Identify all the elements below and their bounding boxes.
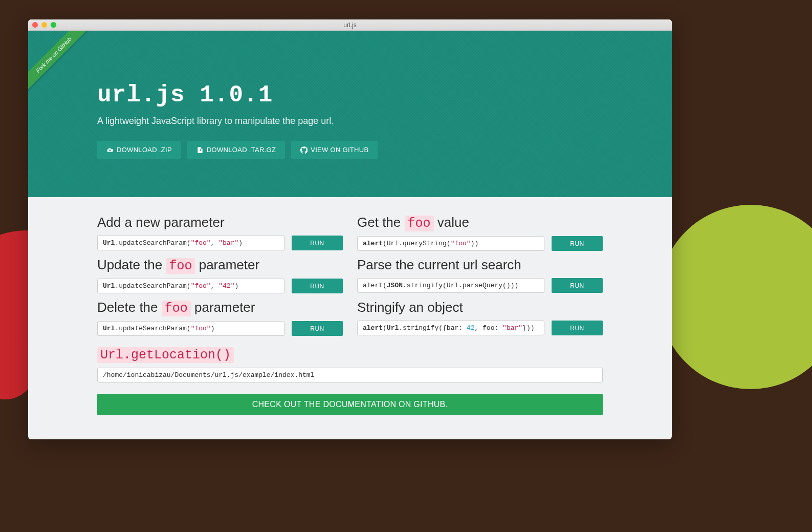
window-minimize-icon[interactable] [41, 22, 47, 28]
fork-ribbon[interactable]: Fork me on GitHub [28, 31, 100, 102]
download-zip-label: DOWNLOAD .ZIP [117, 146, 172, 154]
documentation-button[interactable]: CHECK OUT THE DOCUMENTATION ON GITHUB. [97, 394, 603, 415]
example-stringify-code: alert(Url.stringify({bar: 42, foo: "bar"… [357, 321, 544, 335]
run-button-add[interactable]: RUN [292, 236, 343, 250]
run-button-delete[interactable]: RUN [292, 321, 343, 336]
run-button-get[interactable]: RUN [552, 236, 603, 251]
example-parse-code: alert(JSON.stringify(Url.parseQuery())) [357, 278, 544, 293]
example-delete: Delete the foo parameter Url.updateSearc… [97, 293, 343, 336]
download-targz-label: DOWNLOAD .TAR.GZ [207, 146, 276, 154]
page-title: url.js 1.0.1 [97, 82, 603, 109]
view-github-button[interactable]: VIEW ON GITHUB [291, 141, 378, 159]
titlebar: url.js [28, 19, 672, 31]
example-add-code: Url.updateSearchParam("foo", "bar") [97, 236, 284, 250]
fork-ribbon-label: Fork me on GitHub [28, 31, 94, 95]
example-stringify: Stringify an object alert(Url.stringify(… [357, 293, 603, 336]
file-download-icon [196, 146, 204, 154]
browser-window: url.js Fork me on GitHub url.js 1.0.1 A … [28, 19, 672, 439]
example-getlocation: Url.getLocation() /home/ionicabizau/Docu… [97, 340, 603, 382]
run-button-stringify[interactable]: RUN [552, 321, 603, 335]
example-parse-title: Parse the current url search [357, 257, 521, 272]
inline-code: foo [405, 216, 434, 231]
bg-blob-green [659, 205, 812, 389]
example-add-title: Add a new parameter [97, 215, 225, 230]
example-parse: Parse the current url search alert(JSON.… [357, 251, 603, 293]
inline-code: foo [166, 258, 195, 274]
page-subtitle: A lightweight JavaScript library to mani… [97, 116, 603, 126]
run-button-update[interactable]: RUN [292, 279, 343, 293]
window-title: url.js [28, 22, 672, 29]
example-get: Get the foo value alert(Url.queryString(… [357, 208, 603, 251]
example-update-code: Url.updateSearchParam("foo", "42") [97, 279, 284, 293]
example-get-code: alert(Url.queryString("foo")) [357, 236, 544, 251]
view-github-label: VIEW ON GITHUB [311, 146, 368, 154]
example-add: Add a new parameter Url.updateSearchPara… [97, 208, 343, 251]
example-stringify-title: Stringify an object [357, 300, 463, 315]
example-update: Update the foo parameter Url.updateSearc… [97, 251, 343, 293]
run-button-parse[interactable]: RUN [552, 278, 603, 293]
window-close-icon[interactable] [32, 22, 38, 28]
github-icon [300, 146, 308, 154]
window-zoom-icon[interactable] [51, 22, 56, 28]
cloud-download-icon [106, 146, 114, 154]
hero: Fork me on GitHub url.js 1.0.1 A lightwe… [28, 31, 672, 197]
inline-code: foo [162, 301, 191, 316]
download-targz-button[interactable]: DOWNLOAD .TAR.GZ [187, 141, 285, 159]
example-delete-code: Url.updateSearchParam("foo") [97, 321, 284, 336]
getlocation-heading-code: Url.getLocation() [97, 347, 234, 363]
location-value: /home/ionicabizau/Documents/url.js/examp… [97, 368, 603, 382]
download-zip-button[interactable]: DOWNLOAD .ZIP [97, 141, 181, 159]
